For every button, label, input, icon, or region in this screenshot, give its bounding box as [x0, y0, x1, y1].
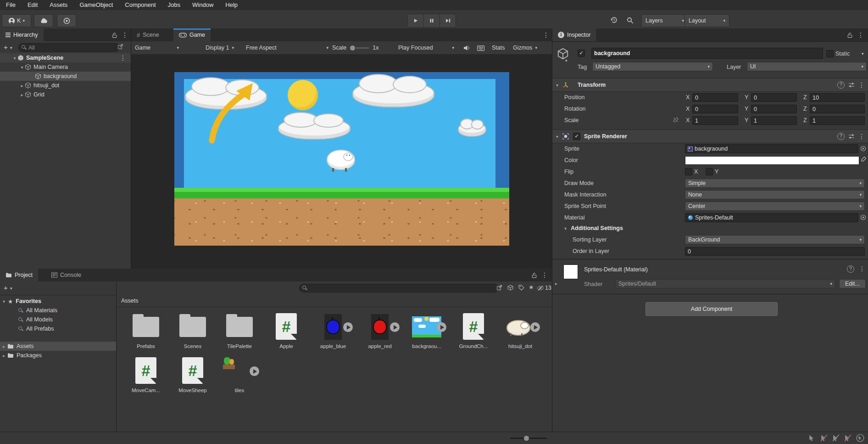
tab-scene[interactable]: # Scene — [131, 28, 165, 41]
play-focused-dropdown[interactable]: Play Focused▾ — [398, 41, 454, 54]
sprite-sort-point-dropdown[interactable]: Center▾ — [685, 202, 865, 211]
vsync-keyboard-icon[interactable] — [477, 45, 484, 51]
tag-dropdown[interactable]: Untagged▾ — [592, 62, 713, 71]
save-search-star-icon[interactable]: ★ — [529, 284, 534, 291]
sprite-renderer-header[interactable]: ▾ ✓ Sprite Renderer ? ⋮ — [552, 129, 868, 143]
foldout-open-icon[interactable]: ▾ — [556, 83, 558, 88]
foldout-open-icon[interactable]: ▾ — [3, 299, 5, 304]
flip-x-checkbox[interactable] — [685, 168, 692, 175]
asset-scenes[interactable]: Scenes — [171, 312, 215, 354]
help-icon[interactable]: ? — [847, 265, 854, 273]
slider-track[interactable] — [356, 47, 369, 49]
aspect-dropdown[interactable]: Free Aspect▾ — [246, 41, 328, 54]
add-object-button[interactable]: + — [4, 43, 8, 51]
asset-apple-blue[interactable]: apple_blue — [311, 312, 355, 354]
lock-icon[interactable] — [111, 32, 117, 38]
link-scale-icon[interactable] — [673, 117, 679, 123]
asset-movesheep-script[interactable]: # MoveSheep — [171, 356, 215, 399]
shader-edit-button[interactable]: Edit... — [839, 279, 866, 288]
asset-movecamera-script[interactable]: # MoveCam... — [124, 356, 168, 399]
hidden-packages-toggle[interactable]: 13 — [537, 285, 551, 291]
expand-sprite-icon[interactable] — [343, 322, 353, 332]
menu-window[interactable]: Window — [186, 0, 219, 10]
asset-prefabs[interactable]: Prefabs — [124, 312, 168, 354]
expand-sprite-icon[interactable] — [390, 322, 400, 332]
tree-packages[interactable]: ▸ Packages — [0, 351, 116, 360]
asset-apple-script[interactable]: # Apple — [264, 312, 308, 354]
hierarchy-search-input[interactable]: All — [18, 43, 119, 52]
menu-help[interactable]: Help — [219, 0, 244, 10]
menu-component[interactable]: Component — [119, 0, 161, 10]
position-z-field[interactable]: 10 — [810, 93, 865, 102]
undo-history-icon[interactable] — [610, 16, 618, 24]
material-preview-swatch[interactable] — [563, 264, 578, 279]
sprite-object-field[interactable]: backgraound — [685, 144, 858, 153]
foldout-open-icon[interactable]: ▾ — [564, 226, 567, 231]
step-button[interactable] — [440, 14, 456, 28]
asset-tilepalette[interactable]: TilePalette — [217, 312, 262, 354]
flip-y-checkbox[interactable] — [706, 168, 713, 175]
help-icon[interactable]: ? — [837, 133, 845, 140]
component-enabled-checkbox[interactable]: ✓ — [573, 133, 580, 140]
component-menu-icon[interactable]: ⋮ — [858, 133, 865, 140]
static-flags-caret[interactable]: ▾ — [862, 52, 864, 56]
menu-edit[interactable]: Edit — [22, 0, 44, 10]
menu-gameobject[interactable]: GameObject — [73, 0, 119, 10]
project-search-input[interactable] — [299, 284, 498, 292]
layers-dropdown[interactable]: Layers▾ — [641, 14, 688, 27]
name-field[interactable]: backgraound — [591, 48, 823, 59]
mute-audio-icon[interactable] — [463, 45, 470, 51]
scale-z-field[interactable]: 1 — [810, 116, 865, 125]
rotation-y-field[interactable]: 0 — [751, 105, 797, 113]
active-checkbox[interactable]: ✓ — [578, 50, 585, 57]
expand-sprite-icon[interactable] — [437, 322, 446, 332]
favorite-all-models[interactable]: All Models — [0, 315, 116, 324]
menu-jobs[interactable]: Jobs — [162, 0, 186, 10]
display-target-dropdown[interactable]: Game▾ — [135, 41, 179, 54]
position-y-field[interactable]: 0 — [751, 93, 797, 102]
asset-tiles[interactable]: tiles — [217, 356, 262, 399]
asset-backgraound[interactable]: backgraou... — [405, 312, 449, 354]
hierarchy-row-backgraound[interactable]: backgraound — [0, 72, 131, 81]
project-menu-icon[interactable]: ⋮ — [541, 272, 548, 278]
object-picker-icon[interactable] — [860, 214, 866, 220]
layer-dropdown[interactable]: UI▾ — [747, 62, 867, 71]
asset-apple-red[interactable]: apple_red — [358, 312, 402, 354]
search-by-type-icon[interactable] — [507, 285, 513, 291]
foldout-closed-icon[interactable]: ▸ — [3, 353, 5, 358]
material-menu-icon[interactable]: ⋮ — [859, 265, 865, 272]
draw-mode-dropdown[interactable]: Simple▾ — [685, 179, 865, 188]
account-button[interactable]: K ▾ — [2, 14, 31, 27]
expand-sprite-icon[interactable] — [530, 322, 540, 332]
search-by-label-icon[interactable] — [518, 285, 524, 291]
inspector-menu-icon[interactable]: ⋮ — [857, 32, 864, 38]
foldout-closed-icon[interactable]: ▸ — [19, 92, 25, 97]
search-everything-icon[interactable] — [627, 17, 634, 24]
mask-interaction-dropdown[interactable]: None▾ — [685, 190, 865, 199]
material-object-field[interactable]: Sprites-Default — [685, 213, 858, 222]
object-picker-icon[interactable] — [860, 146, 866, 152]
foldout-closed-icon[interactable]: ▸ — [19, 83, 25, 88]
open-new-window-icon[interactable] — [496, 285, 502, 291]
gizmos-dropdown[interactable]: Gizmos▾ — [513, 41, 537, 54]
foldout-open-icon[interactable]: ▾ — [12, 56, 17, 61]
create-asset-button[interactable]: + — [4, 284, 8, 292]
asset-groundcheck-script[interactable]: # GroundCh... — [451, 312, 495, 354]
menu-assets[interactable]: Assets — [44, 0, 73, 10]
hierarchy-row-grid[interactable]: ▸ Grid — [0, 90, 131, 99]
play-button[interactable] — [407, 14, 424, 28]
slider-handle[interactable] — [350, 45, 355, 51]
favorite-all-prefabs[interactable]: All Prefabs — [0, 324, 116, 333]
expand-sprite-icon[interactable] — [250, 366, 259, 376]
rotation-z-field[interactable]: 0 — [810, 105, 865, 113]
scale-y-field[interactable]: 1 — [751, 116, 797, 125]
project-breadcrumb[interactable]: Assets — [117, 295, 552, 307]
rotation-x-field[interactable]: 0 — [692, 105, 738, 113]
order-in-layer-field[interactable]: 0 — [685, 247, 865, 256]
stats-button[interactable]: Stats — [492, 41, 505, 54]
foldout-closed-icon[interactable]: ▸ — [3, 344, 5, 349]
add-component-button[interactable]: Add Component — [645, 302, 778, 316]
help-icon[interactable]: ? — [837, 81, 845, 89]
tab-project[interactable]: Project — [0, 269, 38, 281]
layout-dropdown[interactable]: Layout▾ — [684, 14, 729, 27]
